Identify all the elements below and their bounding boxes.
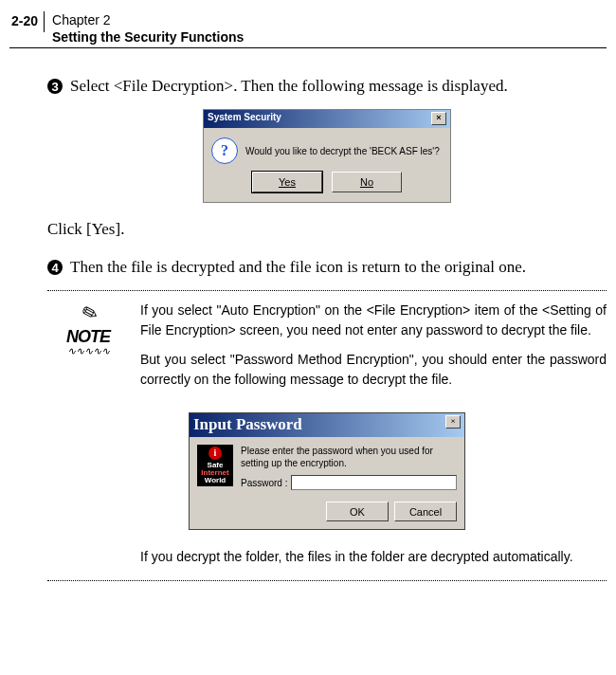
- page-number: 2-20: [9, 11, 45, 32]
- no-button[interactable]: No: [332, 172, 402, 192]
- step-3-text: Select <File Decryption>. Then the follo…: [70, 77, 607, 96]
- section-label: Setting the Security Functions: [52, 28, 244, 46]
- dialog-button-row: Yes No: [204, 172, 450, 202]
- dialog-body: ? Would you like to decrypt the 'BECK AS…: [204, 128, 450, 172]
- step-4-text: Then the file is decrypted and the file …: [70, 258, 607, 277]
- step-4: 4 Then the file is decrypted and the fil…: [47, 258, 607, 277]
- step-badge: 4: [47, 260, 63, 275]
- dotted-divider-bottom: [47, 580, 607, 581]
- warn-icon: i: [208, 447, 222, 460]
- step-3: 3 Select <File Decryption>. Then the fol…: [47, 77, 607, 96]
- pw-row: Password :: [241, 475, 457, 490]
- pw-fields: Please enter the password when you used …: [241, 445, 457, 490]
- click-yes-line: Click [Yes].: [47, 220, 607, 239]
- note-final: If you decrypt the folder, the files in …: [140, 547, 607, 567]
- close-icon[interactable]: ×: [431, 112, 446, 125]
- pw-body: i Safe Internet World Please enter the p…: [190, 437, 464, 498]
- note-icon: ✎ NOTE ∿∿∿∿∿: [47, 301, 129, 399]
- ok-button[interactable]: OK: [326, 502, 389, 521]
- note-para-2: But you select "Password Method Encrypti…: [140, 350, 607, 390]
- dialog-system-security: System Security × ? Would you like to de…: [203, 109, 451, 203]
- dialog-input-password-wrap: Input Password × i Safe Internet World P…: [47, 412, 607, 530]
- note-block: ✎ NOTE ∿∿∿∿∿ If you select "Auto Encrypt…: [47, 301, 607, 399]
- safe-icon: i Safe Internet World: [197, 445, 233, 486]
- question-icon: ?: [211, 137, 238, 164]
- pw-titlebar: Input Password ×: [190, 413, 464, 437]
- note-para-1: If you select "Auto Encryption" on the <…: [140, 301, 607, 340]
- pw-message: Please enter the password when you used …: [241, 445, 457, 469]
- chapter-label: Chapter 2: [52, 11, 244, 28]
- dialog-titlebar: System Security ×: [204, 110, 450, 128]
- page-header: 2-20 Chapter 2 Setting the Security Func…: [9, 11, 607, 46]
- yes-button[interactable]: Yes: [252, 172, 322, 192]
- cancel-button[interactable]: Cancel: [394, 502, 457, 521]
- safe-line3: World: [205, 477, 226, 484]
- wave-icon: ∿∿∿∿∿: [47, 345, 129, 357]
- dialog-input-password: Input Password × i Safe Internet World P…: [189, 412, 465, 530]
- pw-dialog-title: Input Password: [193, 415, 302, 434]
- dialog-title: System Security: [208, 112, 281, 125]
- header-rule: [9, 47, 607, 48]
- password-input[interactable]: [291, 475, 457, 490]
- header-titles: Chapter 2 Setting the Security Functions: [45, 11, 244, 46]
- close-icon[interactable]: ×: [445, 415, 461, 429]
- dialog-system-security-wrap: System Security × ? Would you like to de…: [47, 109, 607, 203]
- dotted-divider-top: [47, 290, 607, 291]
- dialog-message: Would you like to decrypt the 'BECK ASF …: [245, 146, 440, 156]
- step-badge: 3: [47, 79, 63, 94]
- note-text: If you select "Auto Encryption" on the <…: [140, 301, 607, 399]
- pw-label: Password :: [241, 478, 287, 488]
- pw-button-row: OK Cancel: [190, 498, 464, 529]
